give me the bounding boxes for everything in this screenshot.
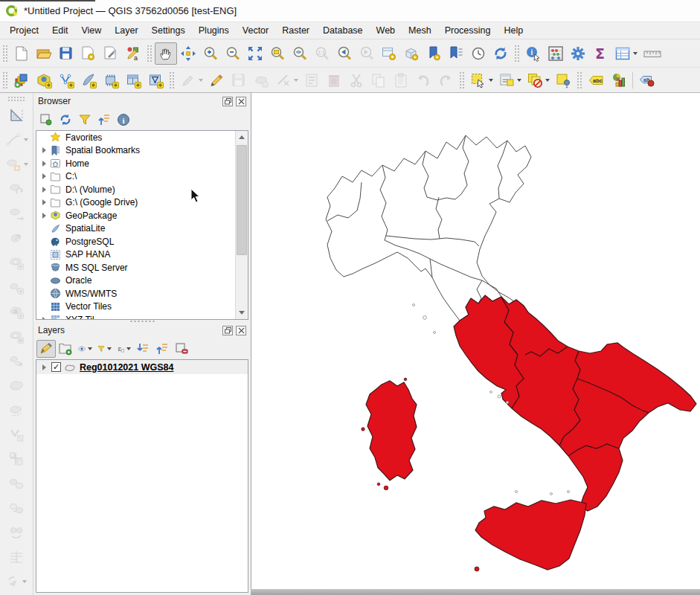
browser-item-xyz-tiles[interactable]: XYZ Til [36,313,248,320]
layer-labeling-options-button[interactable]: abc [585,69,607,91]
open-attribute-table-button[interactable] [611,42,640,65]
map-bottom-scroll-strip[interactable] [251,589,700,595]
new-spatialite-layer-button[interactable] [77,69,100,91]
select-features-by-value-button[interactable] [495,69,524,91]
zoom-to-layer-button[interactable] [289,42,311,65]
browser-item-oracle[interactable]: Oracle [36,274,248,288]
scroll-up-icon[interactable] [236,131,248,144]
toolbar-grip[interactable] [459,71,465,89]
zoom-native-resolution-button[interactable]: 1:1 [311,42,333,65]
new-print-layout-button[interactable] [77,42,100,65]
menu-view[interactable]: View [74,23,108,38]
add-feature-button[interactable] [250,69,272,91]
delete-part-button[interactable] [4,348,29,373]
menu-web[interactable]: Web [370,23,402,38]
collapse-all-button[interactable] [152,340,172,358]
zoom-to-selection-button[interactable] [266,42,289,65]
split-features-button[interactable] [4,422,29,446]
zoom-out-button[interactable] [222,42,244,65]
menu-mesh[interactable]: Mesh [402,23,438,38]
browser-item-vector-tiles[interactable]: Vector Tiles [36,300,248,314]
new-mesh-layer-button[interactable] [144,69,167,91]
map-canvas[interactable] [251,93,700,595]
expand-all-button[interactable] [133,340,152,358]
cut-features-button[interactable] [345,69,367,91]
scroll-down-icon[interactable] [236,306,248,319]
circular-string-button[interactable] [4,127,29,152]
new-geopackage-layer-button[interactable] [33,69,55,91]
filter-browser-button[interactable] [75,111,94,129]
copy-features-button[interactable] [367,69,390,91]
zoom-next-button[interactable] [356,42,378,65]
toolbar-grip[interactable] [169,71,175,89]
open-layer-styling-button[interactable] [36,340,56,358]
current-edits-button[interactable] [177,69,205,91]
digitize-with-shape-button[interactable] [4,103,29,127]
data-source-manager-button[interactable] [10,69,33,91]
collapse-all-button[interactable] [94,111,114,129]
browser-item-sap-hana[interactable]: SAP HANA [36,248,248,262]
browser-item-ms-sql-server[interactable]: MS SQL Server [36,261,248,274]
layer-visibility-checkbox[interactable]: ✓ [51,362,61,372]
browser-item-g-drive[interactable]: G:\ (Google Drive) [36,196,248,210]
expander-icon[interactable] [39,317,48,320]
remove-layer-button[interactable] [172,340,191,358]
rotate-feature-dropdown-button[interactable] [4,569,29,594]
style-manager-button[interactable]: a [122,42,144,65]
browser-item-spatialite[interactable]: SpatiaLite [36,222,248,236]
browser-item-home[interactable]: Home [36,157,248,170]
toolbar-grip[interactable] [2,71,8,89]
identify-features-button[interactable]: i [522,42,545,65]
temporal-controller-button[interactable] [467,42,489,65]
new-shapefile-layer-button[interactable] [55,69,77,91]
expander-icon[interactable] [39,187,48,193]
select-by-location-button[interactable] [552,69,574,91]
expander-icon[interactable] [39,199,48,205]
manage-map-themes-button[interactable] [75,340,94,358]
toggle-editing-button[interactable] [205,69,228,91]
toolbar-grip[interactable] [7,96,25,101]
delete-ring-button[interactable] [4,324,29,348]
rotate-feature-button[interactable] [4,176,29,201]
browser-properties-button[interactable]: i [114,111,133,129]
save-layer-edits-button[interactable] [228,69,250,91]
modify-attributes-button[interactable] [301,69,323,91]
dropdown-arrow-icon[interactable] [126,347,131,350]
fill-ring-button[interactable] [4,299,29,324]
measure-line-button[interactable] [641,42,664,65]
dropdown-arrow-icon[interactable] [545,79,550,82]
new-3d-map-view-button[interactable] [400,42,423,65]
expander-icon[interactable] [39,213,48,219]
statistical-summary-button[interactable] [545,42,567,65]
dropdown-arrow-icon[interactable] [88,347,92,350]
layer-diagram-options-button[interactable] [607,69,629,91]
split-parts-button[interactable] [4,446,29,471]
simplify-feature-button[interactable] [4,225,29,250]
menu-database[interactable]: Database [316,23,370,38]
add-part-button[interactable] [4,274,29,299]
redo-button[interactable] [434,69,457,91]
close-panel-icon[interactable] [236,326,246,335]
browser-item-wms-wmts[interactable]: WMS/WMTS [36,287,248,300]
menu-plugins[interactable]: Plugins [192,23,236,38]
menu-raster[interactable]: Raster [275,23,316,38]
pan-to-selection-button[interactable] [177,42,199,65]
refresh-map-button[interactable] [489,42,512,65]
show-layout-manager-button[interactable] [100,42,122,65]
new-spatial-bookmark-button[interactable] [423,42,445,65]
browser-item-d-drive[interactable]: D:\ (Volume) [36,183,248,196]
layer-row[interactable]: ✓ Reg01012021 WGS84 [36,360,248,374]
expander-icon[interactable] [39,173,48,179]
new-virtual-layer-button[interactable] [122,69,144,91]
menu-settings[interactable]: Settings [145,23,192,38]
show-statistics-button[interactable]: Σ [589,42,611,65]
reshape-features-button[interactable] [4,373,29,397]
menu-layer[interactable]: Layer [108,23,144,38]
copy-move-feature-button[interactable] [4,201,29,225]
browser-scrollbar[interactable] [235,131,248,319]
float-panel-icon[interactable] [222,97,233,106]
processing-toolbox-button[interactable] [567,42,589,65]
merge-feature-attributes-button[interactable] [4,495,29,520]
select-features-button[interactable] [467,69,495,91]
new-map-view-button[interactable] [378,42,400,65]
